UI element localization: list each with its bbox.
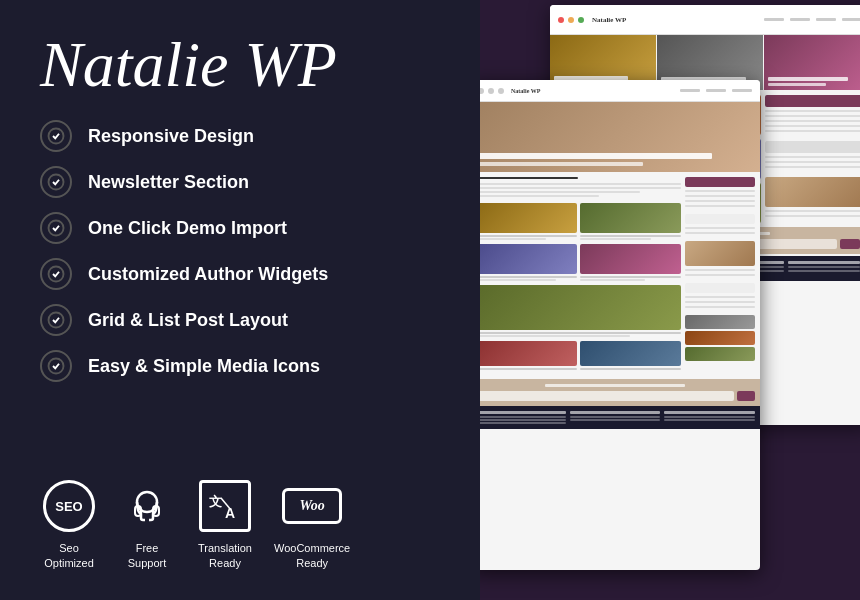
feature-demo-import: One Click Demo Import bbox=[40, 212, 440, 244]
feature-media-icons: Easy & Simple Media Icons bbox=[40, 350, 440, 382]
feature-responsive-design: Responsive Design bbox=[40, 120, 440, 152]
feature-label-media: Easy & Simple Media Icons bbox=[88, 356, 320, 377]
badge-translation: 文 A TranslationReady bbox=[196, 477, 254, 570]
translation-icon: 文 A bbox=[196, 477, 254, 535]
check-icon-responsive bbox=[40, 120, 72, 152]
badge-seo: SEO SeoOptimized bbox=[40, 477, 98, 570]
svg-text:A: A bbox=[225, 505, 235, 521]
headset-icon bbox=[118, 477, 176, 535]
badge-woocommerce: Woo WooCommerceReady bbox=[274, 477, 350, 570]
check-icon-grid bbox=[40, 304, 72, 336]
seo-text: SEO bbox=[55, 499, 82, 514]
feature-label-grid: Grid & List Post Layout bbox=[88, 310, 288, 331]
features-list: Responsive Design Newsletter Section bbox=[40, 120, 440, 382]
badge-free-support: FreeSupport bbox=[118, 477, 176, 570]
brand-title: Natalie WP bbox=[40, 30, 440, 100]
feature-label-author: Customized Author Widgets bbox=[88, 264, 328, 285]
woo-icon: Woo bbox=[283, 477, 341, 535]
check-icon-media bbox=[40, 350, 72, 382]
feature-author-widgets: Customized Author Widgets bbox=[40, 258, 440, 290]
right-panel: Natalie WP bbox=[480, 0, 860, 600]
translation-box: 文 A bbox=[199, 480, 251, 532]
badges-row: SEO SeoOptimized FreeSupport bbox=[40, 457, 440, 570]
svg-text:文: 文 bbox=[209, 494, 222, 509]
check-icon-author bbox=[40, 258, 72, 290]
feature-newsletter: Newsletter Section bbox=[40, 166, 440, 198]
feature-label-responsive: Responsive Design bbox=[88, 126, 254, 147]
feature-label-demo: One Click Demo Import bbox=[88, 218, 287, 239]
seo-circle: SEO bbox=[43, 480, 95, 532]
feature-label-newsletter: Newsletter Section bbox=[88, 172, 249, 193]
woocommerce-label: WooCommerceReady bbox=[274, 541, 350, 570]
translation-label: TranslationReady bbox=[198, 541, 252, 570]
screenshot-container: Natalie WP bbox=[480, 0, 860, 600]
check-icon-newsletter bbox=[40, 166, 72, 198]
woo-box: Woo bbox=[282, 488, 342, 524]
seo-label: SeoOptimized bbox=[44, 541, 94, 570]
seo-icon: SEO bbox=[40, 477, 98, 535]
support-label: FreeSupport bbox=[128, 541, 167, 570]
feature-grid-layout: Grid & List Post Layout bbox=[40, 304, 440, 336]
left-panel: Natalie WP Responsive Design bbox=[0, 0, 480, 600]
screenshot-front: Natalie WP bbox=[480, 80, 760, 570]
woo-text: Woo bbox=[299, 498, 324, 514]
check-icon-demo bbox=[40, 212, 72, 244]
